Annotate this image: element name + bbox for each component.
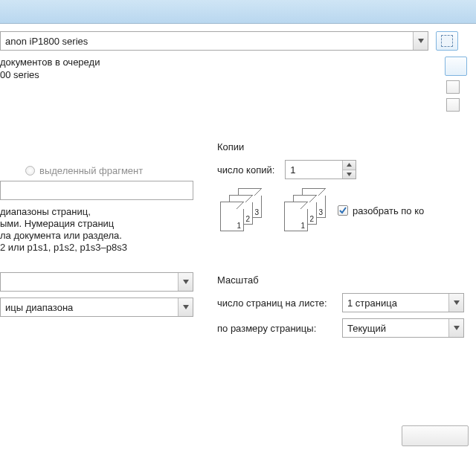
chevron-down-icon <box>178 273 193 291</box>
pages-per-sheet-value: 1 страница <box>347 298 397 309</box>
print-dialog: anon iP1800 series документов в очереди … <box>0 0 476 476</box>
side-checkbox-1[interactable] <box>446 80 460 94</box>
range-help-1: диапазоны страниц, <box>0 206 199 217</box>
printer-properties-icon <box>441 35 453 47</box>
client-area: anon iP1800 series документов в очереди … <box>0 24 476 347</box>
printer-select[interactable]: anon iP1800 series <box>0 31 428 51</box>
pages-per-sheet-select[interactable]: 1 страница <box>342 293 464 312</box>
find-printer-button[interactable] <box>436 31 458 51</box>
collate-illustration: 3 2 1 3 2 1 <box>220 188 326 233</box>
fit-to-size-select[interactable]: Текущий <box>342 318 464 338</box>
side-button-1[interactable] <box>445 57 467 76</box>
collate-checkbox[interactable]: разобрать по ко <box>338 205 424 216</box>
page-stack-icon: 3 2 1 <box>284 188 326 233</box>
scale-group: число страниц на листе: 1 страница по ра… <box>214 293 467 341</box>
checkbox-icon <box>338 205 348 216</box>
collate-label: разобрать по ко <box>353 205 424 216</box>
page-stack-icon: 3 2 1 <box>220 188 262 233</box>
printer-status: документов в очереди <box>0 57 437 68</box>
spin-down-button[interactable] <box>342 170 356 179</box>
copies-row: число копий: 1 <box>217 160 464 179</box>
middle-area: выделенный фрагмент диапазоны страниц, ы… <box>0 141 467 341</box>
radio-selection[interactable]: выделенный фрагмент <box>25 165 199 176</box>
printer-type: 00 series <box>0 69 437 80</box>
checkmark-icon <box>339 205 347 216</box>
scale-title: Масштаб <box>217 274 467 286</box>
scale-wrap: Масштаб число страниц на листе: 1 страни… <box>214 274 467 341</box>
copies-wrap: Копии число копий: 1 <box>214 141 467 240</box>
chevron-down-icon <box>413 32 428 50</box>
fit-to-size-label: по размеру страницы: <box>217 323 336 334</box>
range-help-3: ла документа или раздела. <box>0 230 199 241</box>
spin-up-button[interactable] <box>342 161 356 170</box>
range-column: выделенный фрагмент диапазоны страниц, ы… <box>0 141 199 341</box>
printer-row: anon iP1800 series <box>0 31 467 51</box>
titlebar[interactable] <box>0 0 476 24</box>
pages-per-sheet-label: число страниц на листе: <box>217 298 336 309</box>
side-checkbox-2[interactable] <box>446 98 460 112</box>
status-row: документов в очереди 00 series <box>0 55 467 116</box>
page-range-input[interactable] <box>0 181 193 200</box>
range-help-2: ыми. Нумерация страниц <box>0 218 199 229</box>
radio-icon <box>25 166 35 176</box>
radio-selection-label: выделенный фрагмент <box>39 165 143 176</box>
printer-select-text: anon iP1800 series <box>5 36 88 47</box>
right-column: Копии число копий: 1 <box>210 141 467 341</box>
fit-to-size-value: Текущий <box>347 323 386 334</box>
range-include-text: ицы диапазона <box>5 302 73 313</box>
footer-button[interactable] <box>402 425 469 446</box>
range-help-4: 2 или p1s1, p1s2, p1s3–p8s3 <box>0 242 199 253</box>
print-what-select[interactable] <box>0 272 193 292</box>
copies-spinner[interactable]: 1 <box>285 160 356 179</box>
copies-title: Копии <box>217 141 467 152</box>
range-include-select[interactable]: ицы диапазона <box>0 298 193 317</box>
chevron-down-icon <box>448 294 463 312</box>
chevron-down-icon <box>448 319 463 337</box>
copies-group: число копий: 1 <box>214 160 467 240</box>
chevron-down-icon <box>178 298 193 316</box>
copies-count-label: число копий: <box>217 164 274 176</box>
copies-value: 1 <box>290 164 295 176</box>
